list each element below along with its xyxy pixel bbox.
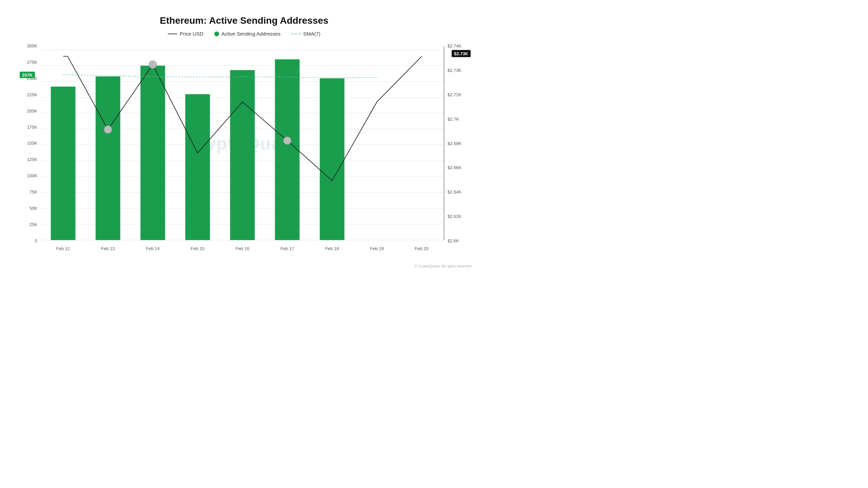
y-left-label: 125K xyxy=(27,157,37,162)
copyright: © CryptoQuant. All rights reserved xyxy=(415,264,471,268)
x-label: Feb 12 xyxy=(41,246,85,251)
chart-svg xyxy=(41,43,444,243)
legend-sma: SMA(7) xyxy=(291,31,320,37)
chart-legend: Price USD Active Sending Addresses SMA(7… xyxy=(17,31,471,37)
x-label: Feb 20 xyxy=(399,246,444,251)
y-left-label: 300K xyxy=(27,43,37,48)
y-right-label: $2.6K xyxy=(448,238,459,243)
bar xyxy=(96,77,120,240)
y-left-label: 225K xyxy=(27,92,37,97)
y-right-label: $2.74K xyxy=(448,43,461,48)
y-right-label: $2.64K xyxy=(448,189,461,195)
legend-price-label: Price USD xyxy=(180,31,203,37)
bar xyxy=(51,86,76,240)
legend-price: Price USD xyxy=(168,31,203,37)
y-left-label: 200K xyxy=(27,108,37,114)
bar xyxy=(320,78,344,240)
legend-addresses-dot xyxy=(214,32,219,36)
price-dot xyxy=(283,137,291,144)
label-257k: 257K xyxy=(20,72,35,78)
x-label: Feb 13 xyxy=(85,246,130,251)
x-label: Feb 15 xyxy=(175,246,220,251)
bar xyxy=(275,59,300,240)
y-left-label: 25K xyxy=(29,222,37,227)
y-left-label: 175K xyxy=(27,125,37,130)
legend-addresses: Active Sending Addresses xyxy=(214,31,280,37)
price-dot xyxy=(104,126,112,134)
y-axis-right: $2.74K$2.73K$2.72K$2.7K$2.68K$2.66K$2.64… xyxy=(445,43,471,243)
price-dot xyxy=(149,61,157,68)
legend-addresses-label: Active Sending Addresses xyxy=(221,31,280,37)
bar xyxy=(230,70,255,240)
y-right-label: $2.68K xyxy=(448,141,461,146)
chart-inner: CryptoQuant 257K $2.73K xyxy=(41,43,444,243)
x-label: Feb 17 xyxy=(265,246,310,251)
y-left-label: 150K xyxy=(27,141,37,146)
chart-container: Ethereum: Active Sending Addresses Price… xyxy=(10,5,478,269)
x-label: Feb 14 xyxy=(130,246,175,251)
y-left-label: 100K xyxy=(27,173,37,178)
y-right-label: $2.7K xyxy=(448,117,459,122)
y-right-label: $2.62K xyxy=(448,214,461,219)
bar xyxy=(185,94,210,240)
chart-title: Ethereum: Active Sending Addresses xyxy=(17,15,471,26)
legend-sma-label: SMA(7) xyxy=(303,31,320,37)
y-left-label: 50K xyxy=(29,206,37,211)
bar xyxy=(140,66,165,240)
y-left-label: 0 xyxy=(35,238,37,243)
chart-area: 300K275K250K225K200K175K150K125K100K75K5… xyxy=(17,43,471,260)
y-right-label: $2.73K xyxy=(448,68,461,73)
x-label: Feb 19 xyxy=(355,246,399,251)
legend-price-line xyxy=(168,34,177,34)
y-right-label: $2.66K xyxy=(448,165,461,170)
y-right-label: $2.72K xyxy=(448,92,461,97)
price-tooltip: $2.73K xyxy=(452,50,471,57)
x-label: Feb 18 xyxy=(310,246,354,251)
y-left-label: 275K xyxy=(27,60,37,65)
legend-sma-line xyxy=(291,34,301,34)
y-left-label: 75K xyxy=(29,189,37,195)
x-axis: Feb 12Feb 13Feb 14Feb 15Feb 16Feb 17Feb … xyxy=(41,243,444,260)
x-label: Feb 16 xyxy=(220,246,265,251)
